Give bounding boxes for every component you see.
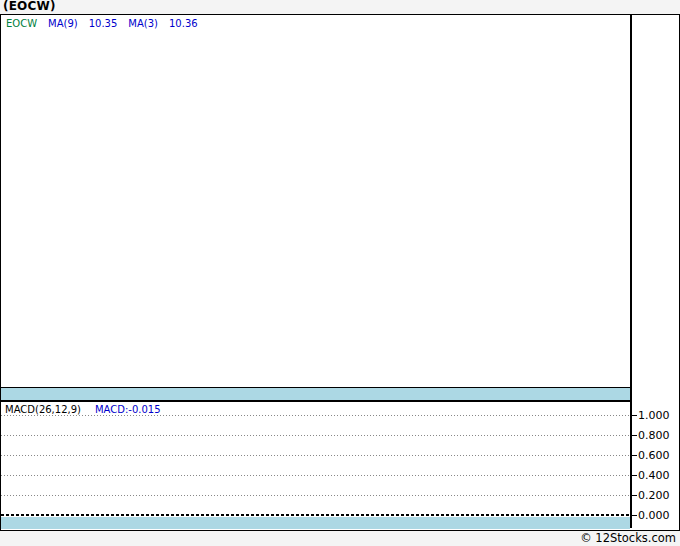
ma9-label: MA(9) (48, 18, 78, 29)
axis-label: 0.400 (632, 468, 670, 482)
chart-frame: EOCW MA(9) 10.35 MA(3) 10.36 MACD(26,12,… (0, 14, 680, 531)
macd-panel (1, 402, 630, 528)
axis-tick (632, 475, 637, 476)
page-title: (EOCW) (3, 0, 56, 14)
macd-legend: MACD(26,12,9) MACD:-0.015 (5, 404, 161, 415)
gridline-1000 (1, 415, 630, 416)
gridline-0400 (1, 475, 630, 476)
ma3-label: MA(3) (128, 18, 158, 29)
gridline-0600 (1, 455, 630, 456)
ma3-value: 10.36 (169, 18, 198, 29)
macd-value-axis: 1.000 0.800 0.600 0.400 0.200 0.000 (632, 15, 677, 528)
axis-label-text: 1.000 (638, 409, 670, 422)
main-chart-legend: EOCW MA(9) 10.35 MA(3) 10.36 (6, 18, 198, 29)
axis-label: 1.000 (632, 408, 670, 422)
axis-tick (632, 495, 637, 496)
gridline-0200 (1, 495, 630, 496)
axis-label: 0.200 (632, 488, 670, 502)
macd-params-label: MACD(26,12,9) (5, 404, 81, 415)
zero-gridline (1, 514, 630, 516)
gridline-0800 (1, 435, 630, 436)
axis-label-text: 0.400 (638, 469, 670, 482)
symbol-label: EOCW (6, 18, 37, 29)
copyright-link[interactable]: © 12Stocks.com (580, 531, 676, 545)
axis-tick (632, 435, 637, 436)
axis-tick (632, 455, 637, 456)
footer: © 12Stocks.com (0, 531, 676, 546)
axis-label-text: 0.800 (638, 429, 670, 442)
macd-time-axis-band (1, 517, 630, 529)
axis-label: 0.800 (632, 428, 670, 442)
macd-value: MACD:-0.015 (95, 404, 161, 415)
main-chart-time-axis-band (1, 387, 630, 402)
axis-label-text: 0.200 (638, 489, 670, 502)
axis-label: 0.600 (632, 448, 670, 462)
main-price-panel: EOCW MA(9) 10.35 MA(3) 10.36 (1, 15, 630, 387)
axis-tick (632, 415, 637, 416)
axis-label: 0.000 (632, 508, 670, 522)
ma9-value: 10.35 (89, 18, 118, 29)
axis-tick (632, 515, 637, 516)
axis-label-text: 0.000 (638, 509, 670, 522)
axis-label-text: 0.600 (638, 449, 670, 462)
